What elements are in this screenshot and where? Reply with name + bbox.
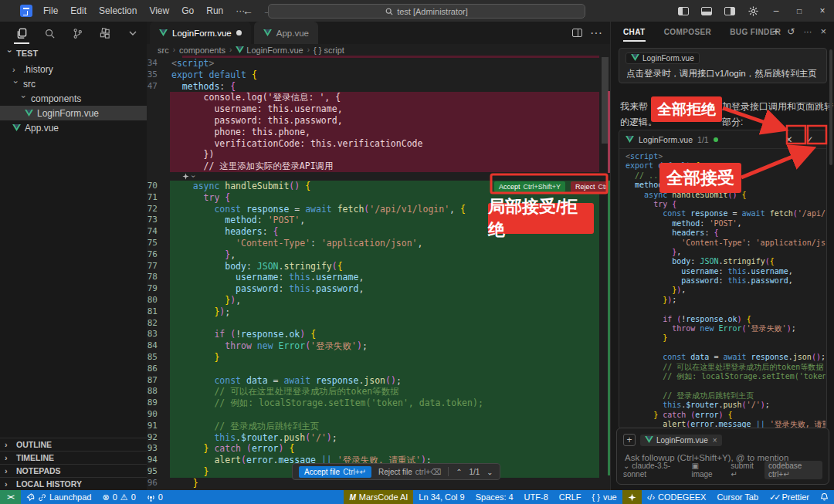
tree-item-App.vue[interactable]: App.vue bbox=[0, 120, 147, 135]
prettier-item[interactable]: ✓✓ Prettier bbox=[764, 490, 815, 504]
marscode-ai-item[interactable]: M MarsCode AI bbox=[344, 490, 413, 504]
codebase-button[interactable]: codebase ctrl+↵ bbox=[764, 461, 822, 479]
code-line[interactable]: 73 method: 'POST', bbox=[147, 215, 599, 226]
next-diff-icon[interactable]: ⌃ bbox=[486, 468, 493, 476]
code-line[interactable]: phone: this.phone, bbox=[147, 127, 599, 138]
message-file-chip[interactable]: LoginForm.vue bbox=[626, 52, 700, 64]
submit-button[interactable]: submit ↵ bbox=[731, 462, 758, 479]
window-close-button[interactable]: × bbox=[811, 0, 834, 22]
menu-Go[interactable]: Go bbox=[175, 5, 200, 16]
code-line[interactable]: 87 const data = await response.json(); bbox=[147, 375, 599, 387]
notifications-bell-icon[interactable] bbox=[815, 490, 834, 504]
settings-gear-icon[interactable] bbox=[741, 0, 764, 22]
code-line[interactable]: 74 headers: { bbox=[147, 226, 599, 238]
app-logo-icon[interactable] bbox=[20, 5, 32, 17]
cursor-tab-item[interactable]: Cursor Tab bbox=[711, 490, 764, 504]
code-editor[interactable]: 34<script> 35export default { 47 methods… bbox=[147, 56, 610, 490]
diff-gutter-widget[interactable]: › bbox=[147, 172, 599, 181]
toggle-right-sidebar-icon[interactable] bbox=[718, 0, 741, 22]
attach-image-button[interactable]: ▣ image bbox=[691, 462, 718, 479]
chat-scrollbar[interactable] bbox=[829, 49, 832, 165]
code-line[interactable]: 88 // 可以在这里处理登录成功后的token等数据 bbox=[147, 386, 599, 397]
add-context-button[interactable]: + bbox=[623, 434, 636, 446]
code-line[interactable]: verificationCode: this.verificationCode bbox=[147, 138, 599, 150]
command-search-box[interactable]: test [Administrator] bbox=[268, 4, 585, 19]
chat-tab-COMPOSER[interactable]: COMPOSER bbox=[664, 28, 712, 36]
launchpad-item[interactable]: Launchpad bbox=[21, 490, 97, 504]
code-line[interactable]: 82 bbox=[147, 318, 599, 330]
code-line[interactable]: 90 bbox=[147, 409, 599, 421]
input-file-chip[interactable]: LoginForm.vue × bbox=[640, 435, 722, 446]
chat-tab-CHAT[interactable]: CHAT bbox=[623, 28, 646, 36]
eol-item[interactable]: CRLF bbox=[554, 490, 587, 504]
new-chat-icon[interactable]: + bbox=[773, 25, 779, 37]
code-line[interactable]: 71 try { bbox=[147, 192, 599, 204]
tab-LoginForm.vue[interactable]: LoginForm.vue bbox=[150, 22, 251, 44]
chat-history-icon[interactable]: ↺ bbox=[787, 26, 795, 37]
code-line[interactable]: 34<script> bbox=[147, 58, 599, 69]
chat-accept-all-button[interactable]: ✓ bbox=[803, 134, 816, 146]
code-line[interactable]: 84 throw new Error('登录失败'); bbox=[147, 340, 599, 352]
nav-back-icon[interactable]: ← bbox=[242, 5, 253, 17]
source-control-icon[interactable] bbox=[70, 25, 85, 42]
code-line[interactable]: 93 } catch (error) { bbox=[147, 443, 599, 455]
reject-file-button[interactable]: Reject filectrl+⌫ bbox=[378, 468, 441, 476]
remote-indicator[interactable]: >< bbox=[0, 490, 21, 504]
ai-sparkle-item[interactable] bbox=[622, 490, 642, 504]
code-line[interactable]: 83 if (!response.ok) { bbox=[147, 329, 599, 340]
toggle-panel-icon[interactable] bbox=[695, 0, 718, 22]
chat-reject-all-button[interactable]: ✕ bbox=[782, 134, 795, 146]
code-line[interactable]: username: this.username, bbox=[147, 103, 599, 115]
code-line[interactable]: 72 const response = await fetch('/api/v1… bbox=[147, 204, 599, 215]
extensions-icon[interactable] bbox=[97, 25, 113, 42]
code-line[interactable]: 85 } bbox=[147, 352, 599, 364]
window-maximize-button[interactable]: □ bbox=[788, 0, 811, 22]
workspace-root-row[interactable]: › TEST bbox=[0, 46, 147, 60]
tree-item-LoginForm.vue[interactable]: LoginForm.vue bbox=[0, 106, 147, 120]
code-line[interactable]: 76 }, bbox=[147, 249, 599, 261]
code-line[interactable]: password: this.password, bbox=[147, 115, 599, 127]
code-line[interactable]: 80 }), bbox=[147, 295, 599, 306]
editor-more-actions-icon[interactable]: ··· bbox=[590, 26, 602, 40]
menu-Selection[interactable]: Selection bbox=[93, 5, 143, 16]
menu-File[interactable]: File bbox=[37, 5, 64, 16]
menu-View[interactable]: View bbox=[143, 5, 175, 16]
cursor-position-item[interactable]: Ln 34, Col 9 bbox=[413, 490, 470, 504]
code-line[interactable]: 47 methods: { bbox=[147, 81, 599, 93]
breadcrumb-2[interactable]: LoginForm.vue bbox=[236, 46, 303, 55]
code-line[interactable]: 81 }); bbox=[147, 306, 599, 318]
model-selector[interactable]: ⌄ claude-3.5-sonnet bbox=[623, 462, 685, 479]
prev-diff-icon[interactable]: ⌃ bbox=[456, 468, 462, 476]
code-line[interactable]: 79 password: this.password, bbox=[147, 283, 599, 295]
code-line[interactable]: console.log('登录信息: ', { bbox=[147, 92, 599, 103]
accept-file-button[interactable]: Accept fileCtrl+↵ bbox=[299, 466, 371, 478]
code-line[interactable]: }) bbox=[147, 149, 599, 161]
accept-hunk-button[interactable]: AcceptCtrl+Shift+Y bbox=[494, 181, 565, 192]
code-line[interactable]: 77 body: JSON.stringify({ bbox=[147, 261, 599, 272]
menu-Run[interactable]: Run bbox=[200, 5, 229, 16]
code-line[interactable]: // 这里添加实际的登录API调用 bbox=[147, 161, 599, 172]
chat-close-icon[interactable]: × bbox=[820, 25, 826, 37]
tree-item-components[interactable]: ›components bbox=[0, 91, 147, 106]
problems-item[interactable]: ⊗0 ⚠0 bbox=[97, 490, 141, 504]
code-line[interactable]: 75 'Content-Type': 'application/json', bbox=[147, 238, 599, 249]
breadcrumb-1[interactable]: components bbox=[179, 46, 225, 55]
breadcrumb-0[interactable]: src bbox=[158, 46, 169, 55]
code-line[interactable]: 35export default { bbox=[147, 69, 599, 81]
indentation-item[interactable]: Spaces: 4 bbox=[470, 490, 519, 504]
split-editor-icon[interactable] bbox=[572, 29, 582, 37]
code-line[interactable]: 78 username: this.username, bbox=[147, 272, 599, 283]
codegeex-item[interactable]: ‹/› CODEGEEX bbox=[642, 490, 712, 504]
explorer-icon[interactable] bbox=[14, 25, 29, 42]
section-TIMELINE[interactable]: ›TIMELINE bbox=[0, 451, 147, 464]
chat-more-icon[interactable]: ··· bbox=[803, 27, 812, 36]
encoding-item[interactable]: UTF-8 bbox=[519, 490, 554, 504]
code-line[interactable]: 91 // 登录成功后跳转到主页 bbox=[147, 421, 599, 432]
more-views-chevron-icon[interactable] bbox=[125, 25, 141, 42]
ports-item[interactable]: 0 bbox=[141, 490, 168, 504]
reject-hunk-button[interactable]: RejectCtrl+N bbox=[571, 181, 610, 192]
window-minimize-button[interactable]: – bbox=[764, 0, 788, 22]
code-line[interactable]: 92 this.$router.push('/'); bbox=[147, 432, 599, 444]
breadcrumb-3[interactable]: { } script bbox=[314, 46, 344, 55]
tree-item-.history[interactable]: ›.history bbox=[0, 62, 147, 76]
